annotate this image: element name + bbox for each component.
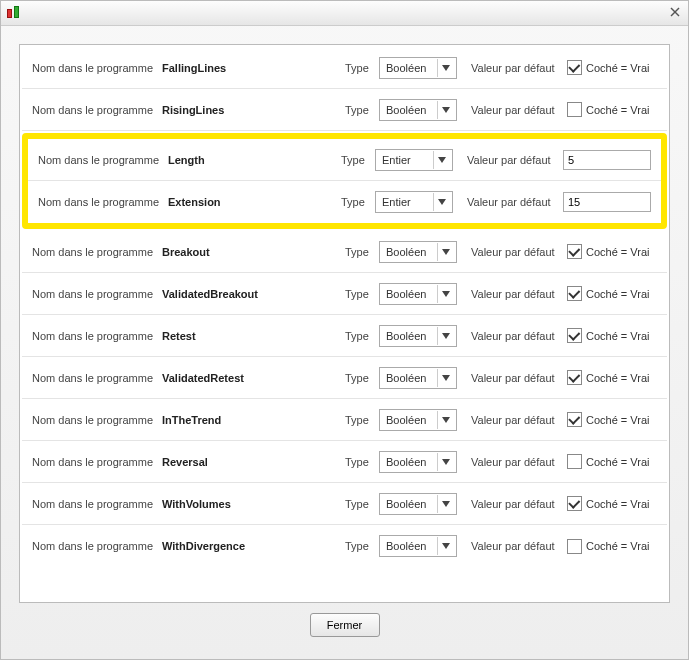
default-label: Valeur par défaut <box>467 154 563 166</box>
close-button[interactable]: Fermer <box>310 613 380 637</box>
type-label: Type <box>345 288 379 300</box>
default-checkbox[interactable] <box>567 412 582 427</box>
type-select-value: Booléen <box>386 498 426 510</box>
svg-marker-7 <box>442 291 450 297</box>
name-label: Nom dans le programme <box>32 372 162 384</box>
chevron-down-icon <box>437 495 454 513</box>
titlebar <box>1 1 688 26</box>
param-row: Nom dans le programmeFallingLinesTypeBoo… <box>22 47 667 89</box>
param-row: Nom dans le programmeLengthTypeEntierVal… <box>28 139 661 181</box>
param-row: Nom dans le programmeInTheTrendTypeBoolé… <box>22 399 667 441</box>
checked-true-label: Coché = Vrai <box>586 62 650 74</box>
type-select[interactable]: Booléen <box>379 283 457 305</box>
chevron-down-icon <box>437 411 454 429</box>
default-label: Valeur par défaut <box>471 540 567 552</box>
chevron-down-icon <box>437 327 454 345</box>
default-checkbox-wrap: Coché = Vrai <box>567 328 657 343</box>
default-label: Valeur par défaut <box>471 498 567 510</box>
dialog-window: Nom dans le programmeFallingLinesTypeBoo… <box>0 0 689 660</box>
type-label: Type <box>345 62 379 74</box>
svg-marker-9 <box>442 375 450 381</box>
name-value: WithDivergence <box>162 540 345 552</box>
type-select[interactable]: Booléen <box>379 493 457 515</box>
type-select[interactable]: Booléen <box>379 409 457 431</box>
name-label: Nom dans le programme <box>38 154 168 166</box>
default-label: Valeur par défaut <box>471 372 567 384</box>
default-label: Valeur par défaut <box>471 246 567 258</box>
type-select[interactable]: Booléen <box>379 241 457 263</box>
type-select[interactable]: Booléen <box>379 99 457 121</box>
type-select[interactable]: Booléen <box>379 535 457 557</box>
name-value: ValidatedBreakout <box>162 288 345 300</box>
svg-marker-4 <box>438 157 446 163</box>
default-label: Valeur par défaut <box>471 330 567 342</box>
param-row: Nom dans le programmeWithDivergenceTypeB… <box>22 525 667 567</box>
default-checkbox-wrap: Coché = Vrai <box>567 102 657 117</box>
chevron-down-icon <box>437 101 454 119</box>
param-row: Nom dans le programmeWithVolumesTypeBool… <box>22 483 667 525</box>
name-label: Nom dans le programme <box>32 62 162 74</box>
type-select-value: Booléen <box>386 456 426 468</box>
default-label: Valeur par défaut <box>467 196 563 208</box>
type-select-value: Booléen <box>386 330 426 342</box>
default-checkbox[interactable] <box>567 370 582 385</box>
chevron-down-icon <box>437 285 454 303</box>
app-icon <box>7 8 21 18</box>
name-value: WithVolumes <box>162 498 345 510</box>
type-select[interactable]: Entier <box>375 149 453 171</box>
close-icon[interactable] <box>666 4 684 20</box>
type-label: Type <box>345 246 379 258</box>
chevron-down-icon <box>437 59 454 77</box>
checked-true-label: Coché = Vrai <box>586 330 650 342</box>
default-value-input[interactable] <box>563 150 651 170</box>
type-select[interactable]: Booléen <box>379 451 457 473</box>
type-select-value: Booléen <box>386 372 426 384</box>
default-checkbox[interactable] <box>567 539 582 554</box>
chevron-down-icon <box>437 453 454 471</box>
param-row: Nom dans le programmeBreakoutTypeBooléen… <box>22 231 667 273</box>
chevron-down-icon <box>437 369 454 387</box>
default-checkbox[interactable] <box>567 454 582 469</box>
type-select[interactable]: Booléen <box>379 325 457 347</box>
type-select[interactable]: Booléen <box>379 57 457 79</box>
type-select-value: Booléen <box>386 414 426 426</box>
svg-marker-3 <box>442 107 450 113</box>
default-checkbox-wrap: Coché = Vrai <box>567 370 657 385</box>
svg-marker-11 <box>442 459 450 465</box>
svg-marker-8 <box>442 333 450 339</box>
name-label: Nom dans le programme <box>32 330 162 342</box>
checked-true-label: Coché = Vrai <box>586 456 650 468</box>
param-row: Nom dans le programmeReversalTypeBooléen… <box>22 441 667 483</box>
param-row: Nom dans le programmeValidatedRetestType… <box>22 357 667 399</box>
type-select[interactable]: Entier <box>375 191 453 213</box>
default-checkbox[interactable] <box>567 102 582 117</box>
name-value: FallingLines <box>162 62 345 74</box>
name-label: Nom dans le programme <box>38 196 168 208</box>
svg-marker-10 <box>442 417 450 423</box>
name-value: ValidatedRetest <box>162 372 345 384</box>
type-label: Type <box>345 540 379 552</box>
checked-true-label: Coché = Vrai <box>586 498 650 510</box>
default-checkbox-wrap: Coché = Vrai <box>567 412 657 427</box>
default-label: Valeur par défaut <box>471 104 567 116</box>
svg-marker-5 <box>438 199 446 205</box>
default-checkbox[interactable] <box>567 328 582 343</box>
default-checkbox-wrap: Coché = Vrai <box>567 454 657 469</box>
param-row: Nom dans le programmeRetestTypeBooléenVa… <box>22 315 667 357</box>
default-checkbox[interactable] <box>567 244 582 259</box>
default-label: Valeur par défaut <box>471 62 567 74</box>
default-label: Valeur par défaut <box>471 288 567 300</box>
checked-true-label: Coché = Vrai <box>586 288 650 300</box>
svg-marker-13 <box>442 543 450 549</box>
default-checkbox[interactable] <box>567 496 582 511</box>
default-checkbox[interactable] <box>567 60 582 75</box>
chevron-down-icon <box>437 537 454 555</box>
default-checkbox[interactable] <box>567 286 582 301</box>
type-select-value: Entier <box>382 196 411 208</box>
type-select[interactable]: Booléen <box>379 367 457 389</box>
default-checkbox-wrap: Coché = Vrai <box>567 496 657 511</box>
default-value-input[interactable] <box>563 192 651 212</box>
name-value: Reversal <box>162 456 345 468</box>
name-value: RisingLines <box>162 104 345 116</box>
default-label: Valeur par défaut <box>471 414 567 426</box>
